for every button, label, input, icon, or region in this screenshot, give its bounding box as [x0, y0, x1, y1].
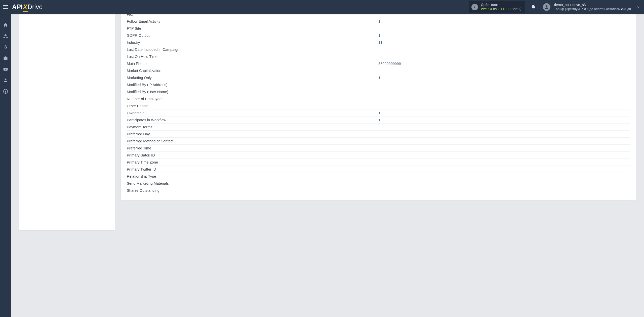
sidebar-item-connections[interactable] [0, 31, 11, 41]
logo-text-drive: Drive [28, 3, 43, 11]
field-key: Other Phone [127, 102, 378, 109]
table-row: Relationship Type [127, 173, 630, 180]
field-value[interactable]: 11 [378, 39, 630, 46]
chevron-down-icon[interactable] [636, 5, 640, 9]
sidebar-item-briefcase[interactable] [0, 53, 11, 63]
svg-rect-1 [3, 7, 8, 7]
table-row: Payment Terms [127, 124, 630, 131]
field-value [378, 152, 630, 159]
svg-rect-8 [4, 37, 5, 38]
payment-text: до оплаты осталось [589, 7, 620, 11]
field-key: GDPR Optout [127, 32, 378, 39]
field-value [378, 138, 630, 145]
sidebar-item-home[interactable] [0, 20, 11, 30]
svg-rect-2 [3, 8, 8, 9]
table-row: Industry11 [127, 39, 630, 46]
field-value [378, 187, 630, 194]
field-key: Marketing Only [127, 74, 378, 81]
table-row: Other Phone [127, 102, 630, 109]
usage-label: Действия: [481, 3, 521, 7]
field-value [378, 95, 630, 102]
fields-table: Email Address 3FaxFollow Email Activity1… [127, 14, 630, 194]
sidebar-item-account[interactable] [0, 75, 11, 85]
tariff-name: Премиум PRO [566, 7, 588, 11]
field-value [378, 67, 630, 74]
field-key: FTP Site [127, 25, 378, 32]
field-value [378, 124, 630, 131]
table-row: Primary Satori ID [127, 152, 630, 159]
field-key: Industry [127, 39, 378, 46]
table-row: Primary Twitter ID [127, 166, 630, 173]
field-key: Preferred Time [127, 145, 378, 152]
logo-text-api: API [12, 3, 23, 11]
sidebar-item-youtube[interactable] [0, 64, 11, 74]
field-key: Shares Outstanding [127, 187, 378, 194]
table-row: Preferred Method of Contact [127, 138, 630, 145]
menu-toggle[interactable] [2, 3, 10, 11]
field-value [378, 145, 630, 152]
table-row: Ownership1 [127, 109, 630, 116]
field-value [378, 14, 630, 18]
usage-actions-box[interactable]: Действия: 22'114 из 100'000 (22%) [469, 1, 525, 13]
field-key: Ownership [127, 109, 378, 116]
table-row: Participates in Workflow1 [127, 116, 630, 124]
field-key: Preferred Method of Contact [127, 138, 378, 145]
user-info: demo_apix-drive_s3 Тариф |Премиум PRO| д… [554, 3, 631, 11]
table-row: Preferred Day [127, 131, 630, 138]
usage-of: из [493, 7, 497, 11]
field-value [378, 180, 630, 187]
svg-point-12 [5, 78, 7, 80]
field-value [378, 173, 630, 180]
field-key: Payment Terms [127, 124, 378, 131]
field-value[interactable]: 1 [378, 116, 630, 124]
user-name: demo_apix-drive_s3 [554, 3, 631, 7]
field-key: Last Date Included in Campaign [127, 46, 378, 53]
usage-text: Действия: 22'114 из 100'000 (22%) [481, 3, 521, 11]
svg-rect-5 [474, 7, 475, 8]
svg-rect-7 [5, 34, 6, 35]
table-row: Modified By (IP Address) [127, 81, 630, 88]
days-suffix: дн [627, 7, 631, 11]
table-row: Market Capitalization [127, 67, 630, 74]
field-key: Modified By (User Name) [127, 88, 378, 95]
field-key: Primary Satori ID [127, 152, 378, 159]
tariff-prefix: Тариф | [554, 7, 566, 11]
field-value [378, 81, 630, 88]
field-value [378, 159, 630, 166]
field-value[interactable]: 1 [378, 32, 630, 39]
field-key: Send Marketing Materials [127, 180, 378, 187]
field-value[interactable]: 1 [378, 109, 630, 116]
table-row: Number of Employees [127, 95, 630, 102]
svg-point-4 [474, 6, 475, 7]
user-menu[interactable]: demo_apix-drive_s3 Тариф |Премиум PRO| д… [543, 3, 631, 11]
tariff-sep: | [588, 7, 588, 11]
field-key: Primary Time Zone [127, 159, 378, 166]
logo-text-x: X [23, 3, 27, 11]
field-value[interactable]: 1 [378, 74, 630, 81]
svg-point-6 [546, 5, 548, 7]
table-row: Main Phone380999999991 [127, 60, 630, 67]
field-value [378, 131, 630, 138]
table-row: Fax [127, 14, 630, 18]
field-value [378, 53, 630, 60]
notifications-button[interactable] [530, 4, 537, 11]
sidebar-item-help[interactable] [0, 86, 11, 96]
sidebar-item-billing[interactable] [0, 42, 11, 52]
field-value[interactable]: 1 [378, 18, 630, 25]
days-left: 233 [621, 7, 626, 11]
usage-limit: 100'000 [498, 7, 510, 11]
field-key: Number of Employees [127, 95, 378, 102]
table-row: Last On Hold Time [127, 53, 630, 60]
table-row: FTP Site [127, 25, 630, 32]
table-row: Last Date Included in Campaign [127, 46, 630, 53]
table-row: Marketing Only1 [127, 74, 630, 81]
sidebar [0, 14, 11, 317]
svg-rect-9 [6, 37, 8, 38]
field-key: Fax [127, 14, 378, 18]
field-key: Primary Twitter ID [127, 166, 378, 173]
table-row: Send Marketing Materials [127, 180, 630, 187]
logo[interactable]: API X Drive [12, 3, 43, 11]
svg-point-14 [5, 92, 6, 93]
table-row: Shares Outstanding [127, 187, 630, 194]
field-value [378, 166, 630, 173]
